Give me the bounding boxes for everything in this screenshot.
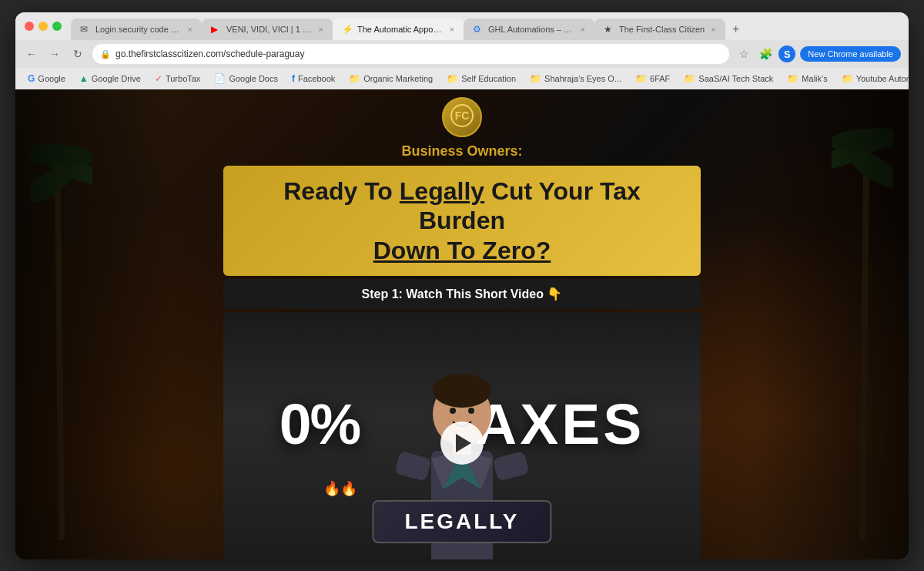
- bookmark-selfedu[interactable]: 📁 Self Education: [440, 72, 522, 86]
- tabs-bar: ✉ Login security code – marketi... × ▶ V…: [71, 12, 899, 40]
- bookmark-selfedu-label: Self Education: [461, 74, 516, 83]
- maximize-window-button[interactable]: [52, 22, 62, 31]
- step1-text: Step 1: Watch This Short Video 👇: [362, 287, 563, 301]
- turbotax-icon: ✓: [155, 73, 162, 84]
- video-container[interactable]: 0% TAXES: [223, 312, 701, 559]
- play-button[interactable]: [440, 422, 484, 465]
- organic-icon: 📁: [349, 73, 360, 84]
- page-content: FC Business Owners: Ready To Legally Cut…: [15, 89, 909, 559]
- tab-youtube-close[interactable]: ×: [319, 25, 323, 34]
- saas-icon: 📁: [684, 73, 695, 84]
- address-actions: ☆ 🧩 S New Chrome available: [735, 45, 901, 62]
- gmail-favicon: ✉: [80, 24, 91, 35]
- refresh-button[interactable]: ↻: [69, 45, 86, 62]
- bookmark-shahraja[interactable]: 📁 Shahraja's Eyes O...: [524, 72, 628, 86]
- bookmark-malik-label: Malik's: [802, 74, 827, 83]
- bookmark-youtube[interactable]: 📁 Youtube Automati...: [835, 72, 909, 86]
- svg-point-18: [468, 408, 474, 414]
- svg-point-16: [433, 374, 491, 408]
- url-text: go.thefirstclasscitizen.com/schedule-par…: [116, 49, 304, 59]
- url-bar[interactable]: 🔒 go.thefirstclasscitizen.com/schedule-p…: [92, 44, 729, 64]
- flames-decoration: 🔥🔥: [323, 480, 357, 497]
- headline-legally-word: Legally: [400, 177, 484, 205]
- bookmark-malik[interactable]: 📁 Malik's: [781, 72, 833, 86]
- profile-icon[interactable]: S: [778, 45, 795, 62]
- bookmarks-bar: G Google ▲ Google Drive ✓ TurboTax 📄 Goo…: [15, 68, 909, 89]
- tab-ghl-label: GHL Automations – Google D...: [488, 25, 574, 34]
- tab-ghl-close[interactable]: ×: [581, 25, 585, 34]
- bookmark-drive[interactable]: ▲ Google Drive: [73, 72, 147, 86]
- facebook-icon: f: [292, 73, 295, 84]
- bookmark-youtube-label: Youtube Automati...: [856, 74, 909, 83]
- bookmark-6faf-label: 6FAF: [650, 74, 670, 83]
- new-chrome-button[interactable]: New Chrome available: [800, 46, 901, 62]
- video-zero-percent: 0%: [280, 391, 360, 457]
- docs-icon: 📄: [214, 73, 226, 84]
- bookmark-star-icon[interactable]: ☆: [735, 45, 752, 62]
- headline-box: Ready To Legally Cut Your Tax Burden Dow…: [223, 166, 701, 276]
- bookmark-turbotax[interactable]: ✓ TurboTax: [149, 72, 206, 86]
- forward-button[interactable]: →: [46, 45, 63, 62]
- firstclass-favicon: ★: [604, 24, 614, 35]
- address-bar: ← → ↻ 🔒 go.thefirstclasscitizen.com/sche…: [15, 40, 909, 68]
- business-owners-label: Business Owners:: [401, 143, 522, 160]
- extension-icon[interactable]: 🧩: [757, 45, 774, 62]
- drive-icon: ▲: [79, 73, 89, 84]
- browser-window: ✉ Login security code – marketi... × ▶ V…: [15, 12, 909, 559]
- headline-line1-start: Ready To Legally Cut Your Tax Burden: [283, 177, 641, 234]
- tab-firstclass[interactable]: ★ The First-Class Citizen ×: [594, 18, 725, 40]
- bookmark-turbotax-label: TurboTax: [166, 74, 200, 83]
- legally-badge: LEGALLY: [372, 500, 551, 543]
- bookmark-facebook-label: Facebook: [298, 74, 335, 83]
- selfedu-icon: 📁: [447, 73, 458, 84]
- minimize-window-button[interactable]: [38, 22, 48, 31]
- tab-firstclass-label: The First-Class Citizen: [619, 25, 705, 34]
- logo-container: FC: [442, 97, 482, 137]
- headline-line2-underline: Down To Zero?: [373, 237, 551, 264]
- headline-line2: Down To Zero?: [373, 237, 551, 264]
- bookmark-organic[interactable]: 📁 Organic Marketing: [343, 72, 439, 86]
- right-overlay: [755, 89, 909, 559]
- bookmark-facebook[interactable]: f Facebook: [286, 72, 341, 86]
- center-content: FC Business Owners: Ready To Legally Cut…: [216, 89, 708, 559]
- bookmark-organic-label: Organic Marketing: [363, 74, 433, 83]
- svg-rect-19: [394, 451, 431, 482]
- tab-gmail-close[interactable]: ×: [188, 25, 192, 34]
- headline-text: Ready To Legally Cut Your Tax Burden Dow…: [242, 176, 682, 265]
- logo-icon: FC: [450, 103, 474, 132]
- malik-icon: 📁: [787, 73, 798, 84]
- bookmark-google[interactable]: G Google: [22, 72, 72, 86]
- youtube-favicon: ▶: [211, 24, 222, 35]
- bookmark-drive-label: Google Drive: [92, 74, 141, 83]
- appointment-favicon: ⚡: [342, 24, 353, 35]
- shahraja-icon: 📁: [530, 73, 541, 84]
- ghl-favicon: ⚙: [473, 24, 484, 35]
- tab-youtube[interactable]: ▶ VENI, VIDI, VICI | 1 Hour of Re... ×: [202, 18, 333, 40]
- step1-bar: Step 1: Watch This Short Video 👇: [223, 279, 701, 309]
- back-button[interactable]: ←: [23, 45, 40, 62]
- tab-ghl[interactable]: ⚙ GHL Automations – Google D... ×: [464, 18, 594, 40]
- close-window-button[interactable]: [25, 22, 34, 31]
- svg-rect-20: [492, 451, 529, 482]
- bookmark-6faf[interactable]: 📁 6FAF: [629, 72, 676, 86]
- new-tab-button[interactable]: +: [725, 18, 747, 40]
- lock-icon: 🔒: [100, 49, 111, 59]
- 6faf-icon: 📁: [635, 73, 647, 84]
- tab-firstclass-close[interactable]: ×: [711, 25, 715, 34]
- bookmark-saas-label: SaaS/AI Tech Stack: [698, 74, 773, 83]
- tab-youtube-label: VENI, VIDI, VICI | 1 Hour of Re...: [226, 25, 313, 34]
- svg-text:FC: FC: [455, 109, 470, 122]
- bookmark-docs[interactable]: 📄 Google Docs: [208, 72, 284, 86]
- tab-appointment-label: The Automatic Appointment (: [357, 25, 444, 34]
- tab-gmail-label: Login security code – marketi...: [95, 25, 182, 34]
- legally-text: LEGALLY: [404, 509, 519, 533]
- tab-appointment-close[interactable]: ×: [450, 25, 454, 34]
- title-bar: ✉ Login security code – marketi... × ▶ V…: [15, 12, 909, 40]
- left-overlay: [15, 89, 169, 559]
- tab-appointment[interactable]: ⚡ The Automatic Appointment ( ×: [333, 18, 464, 40]
- google-icon: G: [28, 73, 35, 84]
- bookmark-google-label: Google: [38, 74, 65, 83]
- svg-point-17: [450, 408, 456, 414]
- tab-gmail[interactable]: ✉ Login security code – marketi... ×: [71, 18, 202, 40]
- bookmark-saas[interactable]: 📁 SaaS/AI Tech Stack: [678, 72, 779, 86]
